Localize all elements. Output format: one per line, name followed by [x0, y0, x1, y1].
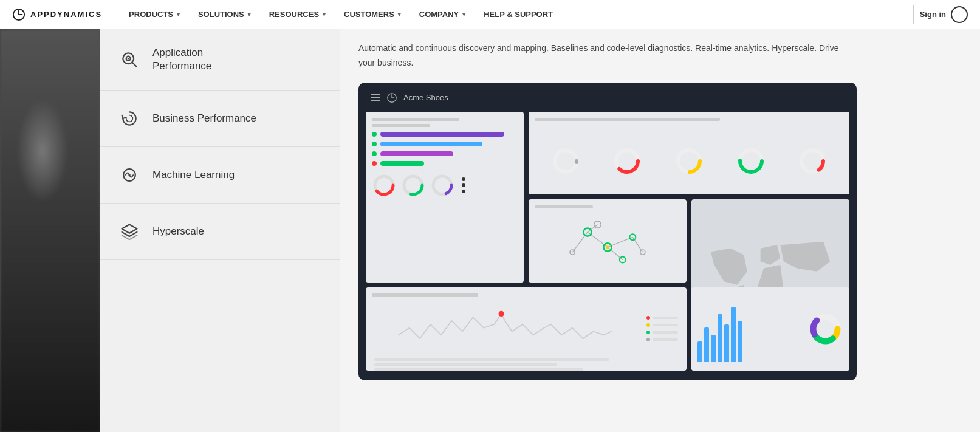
- menu-item-machine-learning[interactable]: Machine Learning: [100, 147, 340, 204]
- gauge-cell: [529, 112, 849, 195]
- svg-point-4: [128, 58, 129, 60]
- svg-marker-7: [122, 225, 137, 233]
- network-graph-cell: [529, 199, 687, 283]
- cycle-refresh-icon: [118, 108, 140, 129]
- wave-chart-cell: [366, 287, 687, 371]
- chevron-down-icon: ▼: [176, 12, 181, 18]
- hamburger-icon: [371, 94, 380, 101]
- svg-point-34: [570, 250, 575, 255]
- nav-help-support[interactable]: HELP & SUPPORT: [475, 0, 561, 29]
- svg-point-38: [606, 246, 609, 249]
- search-target-icon: [118, 49, 140, 70]
- svg-point-15: [555, 150, 577, 172]
- dashboard-header: Acme Shoes: [366, 90, 849, 106]
- nav-company[interactable]: COMPANY ▼: [411, 0, 475, 29]
- layers-stack-icon: [118, 221, 140, 242]
- description-text: Automatic and continuous discovery and m…: [358, 41, 845, 70]
- ml-icon: [118, 164, 140, 186]
- navbar: APPDYNAMICS PRODUCTS ▼ SOLUTIONS ▼ RESOU…: [0, 0, 980, 29]
- nav-divider: [913, 5, 914, 24]
- feature-menu: ApplicationPerformance Business Performa…: [100, 29, 340, 432]
- user-icon: [951, 6, 968, 23]
- svg-point-39: [499, 311, 504, 317]
- nav-links: PRODUCTS ▼ SOLUTIONS ▼ RESOURCES ▼ CUSTO…: [120, 0, 907, 29]
- menu-label-machine-learning: Machine Learning: [152, 168, 235, 182]
- menu-label-hyperscale: Hyperscale: [152, 225, 204, 238]
- nav-resources[interactable]: RESOURCES ▼: [261, 0, 335, 29]
- logo[interactable]: APPDYNAMICS: [12, 8, 102, 21]
- chevron-down-icon: ▼: [397, 12, 402, 18]
- nav-solutions[interactable]: SOLUTIONS ▼: [190, 0, 261, 29]
- logo-text: APPDYNAMICS: [30, 10, 102, 19]
- nav-products[interactable]: PRODUCTS ▼: [120, 0, 190, 29]
- nav-customers[interactable]: CUSTOMERS ▼: [335, 0, 411, 29]
- menu-item-application-performance[interactable]: ApplicationPerformance: [100, 29, 340, 91]
- menu-label-business-performance: Business Performance: [152, 112, 256, 125]
- right-content: Automatic and continuous discovery and m…: [340, 29, 980, 432]
- dashboard-logo-icon: [386, 92, 397, 103]
- main-content: ApplicationPerformance Business Performa…: [0, 29, 980, 432]
- chevron-down-icon: ▼: [461, 12, 467, 18]
- bar-donut-cell: [691, 287, 849, 371]
- bar-chart-cell: [366, 112, 524, 283]
- menu-item-business-performance[interactable]: Business Performance: [100, 91, 340, 147]
- chevron-down-icon: ▼: [321, 12, 327, 18]
- dashboard-grid: [366, 112, 849, 371]
- svg-point-6: [128, 174, 131, 176]
- sidebar-hero-image: [0, 29, 100, 432]
- menu-item-hyperscale[interactable]: Hyperscale: [100, 204, 340, 260]
- chevron-down-icon: ▼: [247, 12, 252, 18]
- svg-point-33: [620, 257, 626, 263]
- appdynamics-logo-icon: [12, 8, 26, 21]
- dashboard-mockup: Acme Shoes: [358, 83, 857, 380]
- svg-line-3: [132, 63, 136, 67]
- menu-label-application-performance: ApplicationPerformance: [152, 46, 211, 73]
- signin-button[interactable]: Sign in: [920, 6, 968, 23]
- dashboard-title: Acme Shoes: [403, 93, 448, 102]
